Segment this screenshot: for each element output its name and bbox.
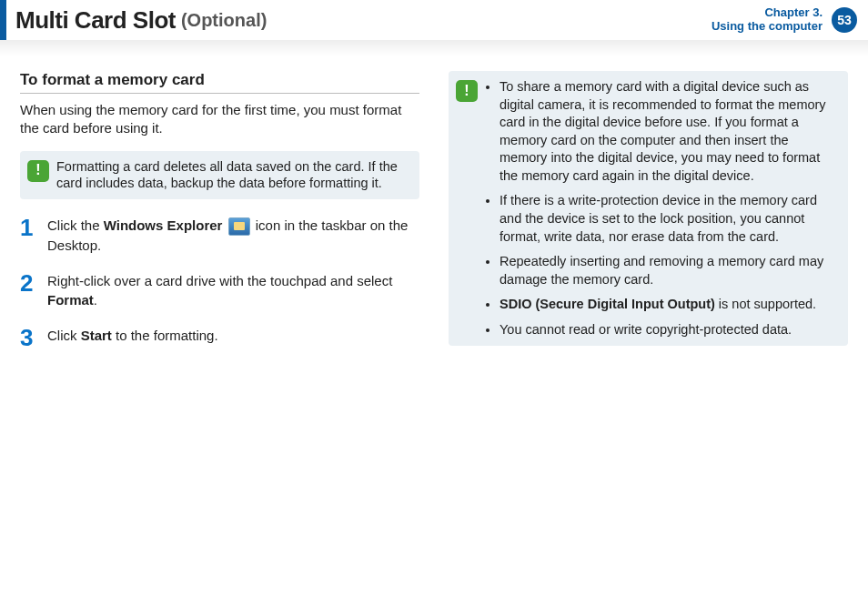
- info-icon: !: [456, 80, 478, 102]
- info-note: ! To share a memory card with a digital …: [449, 71, 848, 346]
- step-2-text: Right-click over a card drive with the t…: [47, 271, 419, 309]
- list-item: Repeatedly inserting and removing a memo…: [500, 253, 839, 288]
- page-title: Multi Card Slot: [15, 6, 176, 35]
- step-1: 1 Click the Windows Explorer icon in the…: [20, 216, 419, 255]
- content-columns: To format a memory card When using the m…: [0, 56, 868, 366]
- step-number: 3: [20, 326, 38, 349]
- step-2: 2 Right-click over a card drive with the…: [20, 271, 419, 309]
- page-number: 53: [837, 13, 852, 27]
- chapter-line-2: Using the computer: [712, 20, 823, 34]
- warning-icon: !: [27, 160, 49, 182]
- list-item: To share a memory card with a digital de…: [500, 78, 839, 185]
- info-list: To share a memory card with a digital de…: [485, 78, 839, 338]
- warning-text: Formatting a card deletes all data saved…: [56, 158, 410, 193]
- section-heading: To format a memory card: [20, 71, 419, 94]
- step-number: 1: [20, 216, 38, 255]
- step-3-text: Click Start to the formatting.: [47, 326, 218, 349]
- page: Multi Card Slot (Optional) Chapter 3. Us…: [0, 0, 868, 616]
- windows-explorer-icon: [228, 217, 250, 236]
- step-3: 3 Click Start to the formatting.: [20, 326, 419, 349]
- step-1-text: Click the Windows Explorer icon in the t…: [47, 216, 419, 255]
- list-item: You cannot read or write copyright-prote…: [500, 321, 839, 339]
- header-shadow: [0, 40, 868, 56]
- page-header: Multi Card Slot (Optional) Chapter 3. Us…: [0, 0, 868, 40]
- right-column: ! To share a memory card with a digital …: [449, 71, 848, 366]
- page-number-badge: 53: [832, 7, 857, 33]
- chapter-label: Chapter 3. Using the computer: [712, 6, 828, 34]
- list-item: If there is a write-protection device in…: [500, 192, 839, 246]
- header-right: Chapter 3. Using the computer 53: [712, 0, 857, 40]
- intro-paragraph: When using the memory card for the first…: [20, 101, 419, 138]
- left-column: To format a memory card When using the m…: [20, 71, 419, 366]
- chapter-line-1: Chapter 3.: [712, 6, 823, 20]
- list-item: SDIO (Secure Digital Input Output) is no…: [500, 296, 839, 314]
- page-subtitle: (Optional): [181, 10, 267, 31]
- warning-note: ! Formatting a card deletes all data sav…: [20, 151, 419, 200]
- step-number: 2: [20, 271, 38, 309]
